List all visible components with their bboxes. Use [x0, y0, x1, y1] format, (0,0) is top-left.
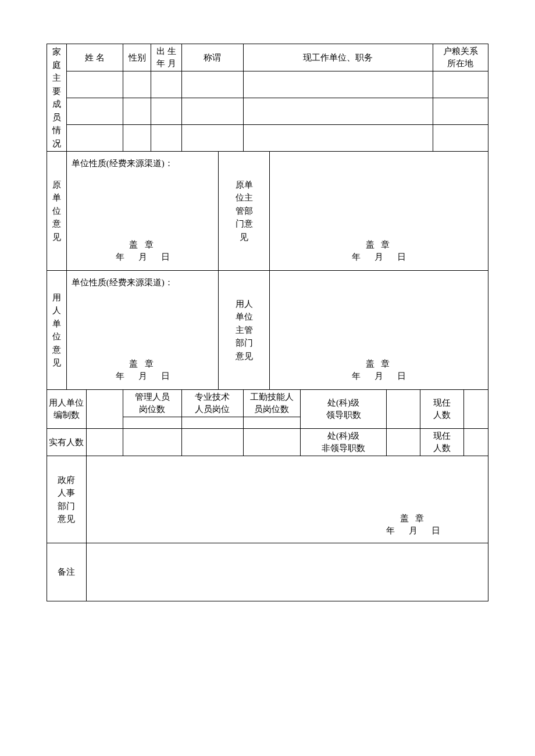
stamp-text: 盖 章 [379, 513, 447, 525]
orig-opinion-row: 原单位意见 单位性质(经费来源渠道)： 盖 章 年月日 原单位主管部门意见 盖 … [47, 152, 488, 271]
gov-opinion[interactable]: 盖 章 年月日 [86, 456, 488, 543]
family-row-2 [47, 98, 488, 125]
fam3-gender[interactable] [123, 125, 151, 152]
bianzhi-val[interactable] [86, 390, 123, 429]
emp-unit-nature: 单位性质(经费来源渠道)： [72, 277, 213, 289]
th-birth: 出 生年 月 [151, 44, 181, 71]
orig-unit-nature: 单位性质(经费来源渠道)： [72, 157, 213, 170]
remark-row: 备注 [47, 543, 488, 601]
fam3-name[interactable] [66, 125, 123, 152]
bianzhi-label: 用人单位编制数 [47, 390, 87, 429]
fam3-relation[interactable] [181, 125, 243, 152]
fam1-gender[interactable] [123, 71, 151, 98]
th-hukou: 户粮关系所在地 [433, 44, 488, 71]
fam2-relation[interactable] [181, 98, 243, 125]
orig-sup-label: 原单位主管部门意见 [219, 152, 270, 271]
current2-val[interactable] [463, 429, 488, 456]
th-name: 姓 名 [66, 44, 123, 71]
fam2-birth[interactable] [151, 98, 181, 125]
fam2-hukou[interactable] [433, 98, 488, 125]
family-header-row: 家庭主要成员情况 姓 名 性别 出 生年 月 称谓 现工作单位、职务 户粮关系所… [47, 44, 488, 71]
orig-sup-opinion[interactable]: 盖 章 年月日 [270, 152, 488, 271]
fam2-workunit[interactable] [243, 98, 433, 125]
th-relation: 称谓 [181, 44, 243, 71]
fam3-hukou[interactable] [433, 125, 488, 152]
th-workunit: 现工作单位、职务 [243, 44, 433, 71]
chuke-nonlead-val[interactable] [387, 429, 420, 456]
chuke-lead-label: 处(科)级领导职数 [301, 390, 387, 429]
current2-label: 现任人数 [420, 429, 463, 456]
fam1-name[interactable] [66, 71, 123, 98]
fam3-birth[interactable] [151, 125, 181, 152]
gov-stamp-block: 盖 章 年月日 [379, 513, 447, 537]
emp-sup-stamp-block: 盖 章 年月日 [270, 358, 488, 382]
skill-h-val[interactable] [243, 417, 300, 429]
emp-unit-stamp-block: 盖 章 年月日 [67, 358, 218, 382]
stamp-text: 盖 章 [270, 239, 488, 251]
skill-a-val[interactable] [243, 429, 300, 456]
stamp-text: 盖 章 [270, 358, 488, 370]
orig-unit-label: 原单位意见 [47, 152, 67, 271]
family-row-3 [47, 125, 488, 152]
actual-val[interactable] [86, 429, 123, 456]
remark-label: 备注 [47, 543, 87, 601]
mgmt-h-val[interactable] [123, 417, 182, 429]
tech-a-val[interactable] [181, 429, 243, 456]
emp-unit-opinion[interactable]: 单位性质(经费来源渠道)： 盖 章 年月日 [66, 271, 218, 390]
fam2-gender[interactable] [123, 98, 151, 125]
orig-sup-stamp-block: 盖 章 年月日 [270, 239, 488, 263]
fam1-workunit[interactable] [243, 71, 433, 98]
fam1-relation[interactable] [181, 71, 243, 98]
skill-label: 工勤技能人员岗位数 [243, 390, 300, 417]
family-row-1 [47, 71, 488, 98]
mgmt-label: 管理人员岗位数 [123, 390, 182, 417]
family-section-label: 家庭主要成员情况 [47, 44, 67, 152]
orig-unit-opinion[interactable]: 单位性质(经费来源渠道)： 盖 章 年月日 [66, 152, 218, 271]
fam1-hukou[interactable] [433, 71, 488, 98]
emp-opinion-row: 用人单位意见 单位性质(经费来源渠道)： 盖 章 年月日 用人单位主管部门意见 … [47, 271, 488, 390]
emp-unit-label: 用人单位意见 [47, 271, 67, 390]
current1-label: 现任人数 [420, 390, 463, 429]
gov-opinion-row: 政府人事部门意见 盖 章 年月日 [47, 456, 488, 543]
orig-unit-stamp-block: 盖 章 年月日 [67, 239, 218, 263]
stamp-text: 盖 章 [67, 358, 218, 370]
chuke-nonlead-label: 处(科)级非领导职数 [301, 429, 387, 456]
th-gender: 性别 [123, 44, 151, 71]
stamp-text: 盖 章 [67, 239, 218, 251]
tech-h-val[interactable] [181, 417, 243, 429]
mgmt-a-val[interactable] [123, 429, 182, 456]
staff-header-row: 用人单位编制数 管理人员岗位数 专业技术人员岗位 工勤技能人员岗位数 处(科)级… [47, 390, 488, 417]
remark-value[interactable] [86, 543, 488, 601]
form-table: 家庭主要成员情况 姓 名 性别 出 生年 月 称谓 现工作单位、职务 户粮关系所… [47, 44, 488, 601]
fam3-workunit[interactable] [243, 125, 433, 152]
gov-label: 政府人事部门意见 [47, 456, 87, 543]
emp-sup-label: 用人单位主管部门意见 [219, 271, 270, 390]
staff-actual-row: 实有人数 处(科)级非领导职数 现任人数 [47, 429, 488, 456]
fam2-name[interactable] [66, 98, 123, 125]
actual-label: 实有人数 [47, 429, 87, 456]
fam1-birth[interactable] [151, 71, 181, 98]
emp-sup-opinion[interactable]: 盖 章 年月日 [270, 271, 488, 390]
tech-label: 专业技术人员岗位 [181, 390, 243, 417]
current1-val[interactable] [463, 390, 488, 429]
chuke-lead-val[interactable] [387, 390, 420, 429]
